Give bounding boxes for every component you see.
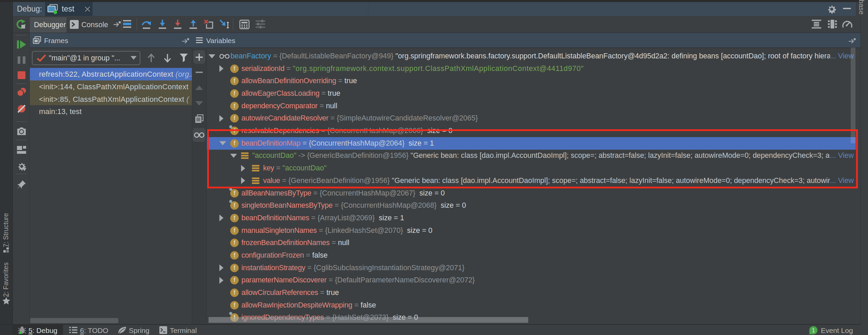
svg-text:1: 1	[812, 328, 815, 333]
